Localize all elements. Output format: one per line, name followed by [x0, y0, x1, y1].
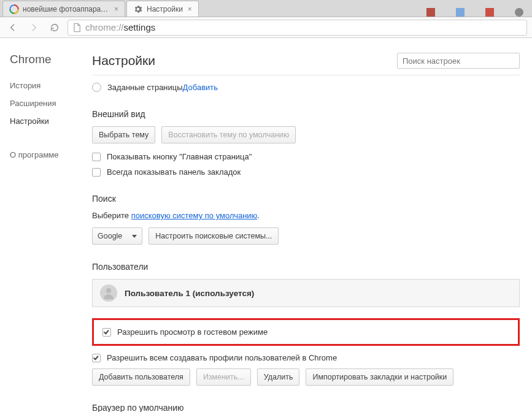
search-heading: Поиск [92, 194, 520, 204]
current-user-box[interactable]: Пользователь 1 (используется) [92, 279, 520, 307]
appearance-heading: Внешний вид [92, 109, 520, 119]
shelf-item[interactable] [456, 8, 467, 17]
address-prefix: chrome:// [85, 22, 124, 32]
edit-user-button: Изменить... [196, 368, 251, 386]
current-user-name: Пользователь 1 (используется) [125, 289, 254, 298]
brand-title: Chrome [10, 53, 92, 66]
settings-search-input[interactable] [397, 53, 520, 69]
browser-tab-active[interactable]: Настройки × [126, 1, 199, 17]
add-user-button[interactable]: Добавить пользователя [92, 368, 190, 386]
import-button[interactable]: Импортировать закладки и настройки [306, 368, 453, 386]
startup-pages-label: Заданные страницы [107, 83, 183, 92]
page-icon [72, 23, 82, 32]
search-engine-select[interactable]: Google [92, 227, 142, 245]
search-engine-selected: Google [98, 232, 122, 240]
sidebar-item-about[interactable]: О программе [10, 150, 92, 159]
startup-pages-radio[interactable] [92, 83, 101, 92]
tab-title: новейшие фотоаппараты [23, 5, 109, 13]
google-icon [9, 4, 19, 14]
anyone-create-label: Разрешить всем создавать профили пользов… [107, 353, 337, 362]
browser-tab-inactive[interactable]: новейшие фотоаппараты × [2, 1, 125, 17]
page-title: Настройки [92, 53, 155, 68]
default-browser-heading: Браузер по умолчанию [92, 403, 520, 412]
tab-title: Настройки [147, 5, 183, 13]
sidebar-item-extensions[interactable]: Расширения [10, 99, 92, 108]
choose-theme-button[interactable]: Выбрать тему [92, 126, 155, 143]
show-home-checkbox[interactable] [92, 153, 101, 161]
sidebar-item-history[interactable]: История [10, 81, 92, 90]
highlighted-option: Разрешить просмотр в гостевом режиме [92, 318, 520, 346]
startup-add-link[interactable]: Добавить [183, 83, 218, 92]
address-bar[interactable]: chrome://settings [67, 20, 527, 36]
guest-browsing-label: Разрешить просмотр в гостевом режиме [117, 327, 268, 337]
settings-sidebar: Chrome История Расширения Настройки О пр… [0, 53, 92, 412]
restore-theme-button: Восстановить тему по умолчанию [161, 126, 296, 143]
gear-icon [133, 4, 143, 14]
caret-down-icon [132, 235, 137, 238]
close-icon[interactable]: × [188, 5, 192, 13]
anyone-create-checkbox[interactable] [92, 354, 101, 362]
address-path: settings [124, 22, 156, 32]
show-bookmarks-checkbox[interactable] [92, 168, 101, 177]
sidebar-item-settings[interactable]: Настройки [10, 116, 92, 126]
tab-shelf [426, 8, 532, 17]
divider [92, 75, 520, 75]
close-icon[interactable]: × [114, 5, 118, 13]
shelf-item[interactable] [485, 8, 496, 17]
avatar-icon [100, 284, 117, 302]
reload-button[interactable] [47, 20, 63, 36]
back-button[interactable] [5, 20, 21, 36]
shelf-item[interactable] [515, 8, 526, 17]
manage-search-engines-button[interactable]: Настроить поисковые системы... [148, 227, 279, 245]
show-bookmarks-label: Всегда показывать панель закладок [107, 167, 241, 177]
forward-button[interactable] [26, 20, 42, 36]
default-search-link[interactable]: поисковую систему по умолчанию [131, 211, 258, 220]
guest-browsing-checkbox[interactable] [102, 328, 111, 337]
users-heading: Пользователи [92, 262, 520, 272]
delete-user-button[interactable]: Удалить [257, 368, 300, 386]
show-home-label: Показывать кнопку "Главная страница" [107, 152, 252, 161]
search-prefix: Выберите [92, 211, 131, 220]
shelf-item[interactable] [426, 8, 438, 17]
